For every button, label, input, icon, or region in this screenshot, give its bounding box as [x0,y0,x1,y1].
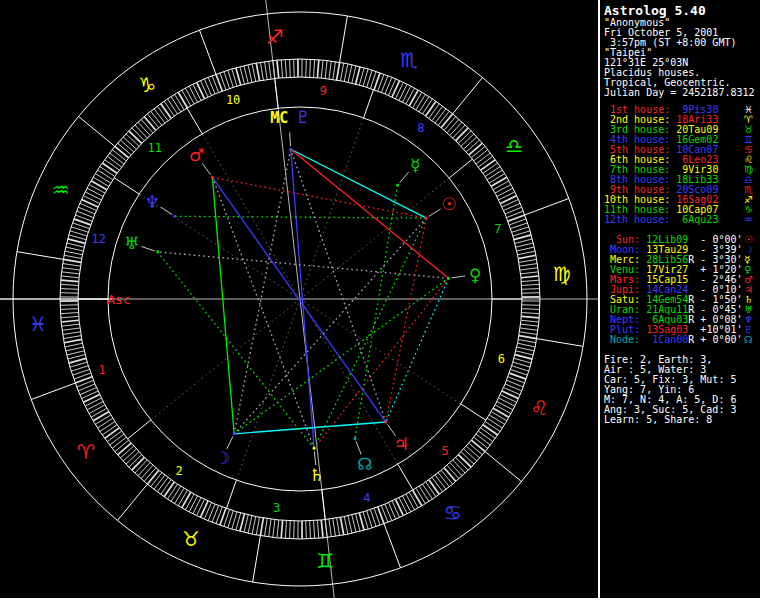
degree-tick [521,320,539,322]
aspect-line-quincunx [212,177,314,448]
degree-tick [359,513,364,530]
degree-tick [493,408,509,417]
degree-tick [329,61,331,79]
house-number: 9 [320,84,327,98]
degree-tick [340,517,343,535]
house-cusp-line [300,178,449,299]
degree-tick [483,163,498,173]
degree-tick [102,163,117,173]
degree-tick [464,449,477,461]
house-cusp-spoke [128,420,151,439]
degree-tick [516,243,534,247]
planet-pointer [356,441,361,454]
degree-tick [413,92,422,108]
chart-info-header: "Anonymous"Fri October 5, 2001 3:57pm (S… [604,18,755,98]
degree-tick [118,143,132,155]
degree-tick [269,519,271,537]
house-cusp-spoke [275,78,278,108]
sign-glyph-icon: ♋ [444,501,462,525]
degree-tick [240,514,245,531]
degree-tick [476,153,490,164]
degree-tick [112,437,126,448]
sign-glyph-icon: ♉ [182,527,200,551]
degree-tick [478,156,492,167]
degree-tick [444,468,456,482]
degree-tick [429,480,439,495]
planet-hub-dot [353,437,356,440]
house-cusp-line [202,134,300,299]
degree-tick [102,425,117,435]
degree-tick [69,358,86,363]
degree-tick [432,106,443,120]
degree-tick [409,492,418,508]
degree-tick [193,498,201,514]
degree-tick [435,109,446,123]
panel-separator [598,0,600,600]
degree-tick [87,402,103,410]
degree-tick [337,62,340,80]
degree-tick [396,499,404,515]
degree-tick [495,184,511,193]
degree-tick [82,199,98,206]
degree-tick [107,156,121,167]
degree-tick [399,498,407,514]
sign-glyph-icon: ♒ [744,215,753,225]
degree-tick [340,63,343,81]
degree-tick [493,181,509,190]
degree-tick [138,463,150,476]
degree-tick [62,328,80,330]
degree-tick [100,167,115,177]
degree-tick [197,82,205,98]
degree-tick [520,268,538,270]
sign-boundary [117,484,147,520]
aspect-line-quincunx [234,218,426,434]
wheel-planet-glyph-icon: ☿ [410,155,420,175]
degree-tick [123,449,136,461]
degree-tick [521,272,539,274]
degree-tick [329,519,331,537]
degree-tick [513,362,530,367]
degree-tick [469,443,483,455]
house-cusp-line [300,118,364,299]
degree-tick [519,259,537,262]
sign-glyph-icon: ♈ [77,440,95,464]
degree-tick [314,59,315,77]
degree-tick [314,521,315,539]
degree-tick [489,174,504,183]
sign-glyph-icon: ♒ [52,178,70,202]
degree-tick [66,247,84,251]
degree-tick [64,339,82,342]
degree-tick [281,520,282,538]
degree-tick [256,63,259,81]
degree-tick [461,134,474,146]
degree-tick [515,239,532,244]
degree-tick [91,408,107,417]
sign-boundary [31,383,75,399]
degree-tick [157,477,168,491]
planet-hub-dot [384,421,387,424]
chart-wheel: ♈♉♊♋♌♍♎♏♐♑♒♓123456789101112☉☽☿♀♂♃♄♅♆♇☊As… [0,0,600,600]
degree-tick [68,355,85,360]
house-cusp-line [139,194,300,299]
degree-tick [91,181,107,190]
degree-tick [95,415,110,424]
degree-tick [481,428,496,438]
degree-tick [154,475,165,489]
sign-glyph-icon: ♌ [530,396,548,420]
aspect-line-quincunx [158,252,449,278]
degree-tick [476,434,490,445]
degree-tick [399,84,407,100]
degree-tick [491,177,507,186]
wheel-planet-glyph-icon: ♅ [124,233,139,253]
degree-tick [105,160,120,170]
planet-pointer [452,276,466,278]
degree-tick [171,486,181,501]
degree-tick [321,520,323,538]
aspect-line-square [291,149,449,278]
sign-glyph-icon: ♏ [400,48,418,72]
planet-pointer [227,436,233,449]
house-number: 4 [363,491,370,505]
degree-tick [518,251,536,255]
degree-tick [516,351,534,355]
degree-tick [60,309,78,310]
